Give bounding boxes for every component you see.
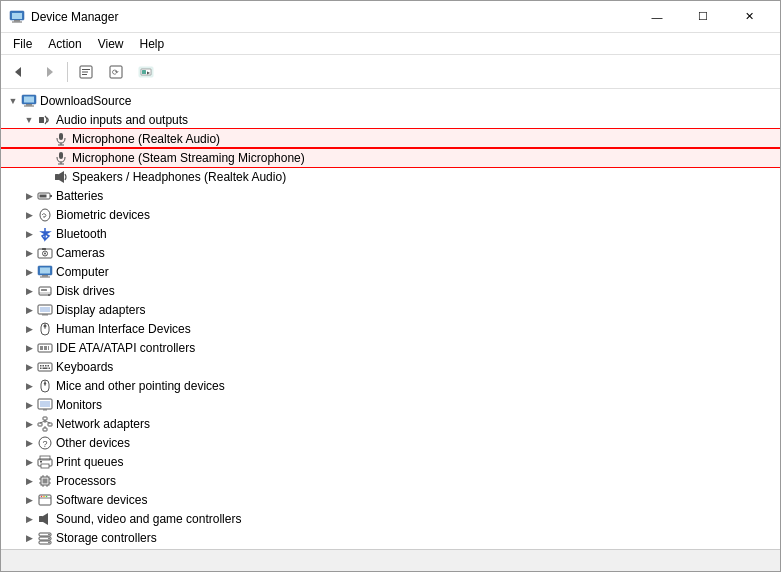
tree-label-other: Other devices	[56, 436, 130, 450]
tree-item-audio[interactable]: ▼ Audio inputs and outputs	[1, 110, 780, 129]
svg-point-43	[48, 294, 50, 296]
expand-bluetooth[interactable]: ▶	[21, 226, 37, 242]
disk-icon	[37, 283, 53, 299]
tree-label-audio: Audio inputs and outputs	[56, 113, 188, 127]
tree-item-processors[interactable]: ▶ Processors	[1, 471, 780, 490]
svg-rect-67	[40, 401, 50, 407]
device-tree[interactable]: ▼ DownloadSource ▼	[1, 89, 780, 549]
network-icon	[37, 416, 53, 432]
tree-item-other[interactable]: ▶ ? Other devices	[1, 433, 780, 452]
hid-icon	[37, 321, 53, 337]
battery-icon	[37, 188, 53, 204]
expand-sound[interactable]: ▶	[21, 511, 37, 527]
svg-rect-21	[59, 133, 63, 140]
svg-rect-18	[26, 104, 32, 106]
expand-processors[interactable]: ▶	[21, 473, 37, 489]
tree-item-sound[interactable]: ▶ Sound, video and game controllers	[1, 509, 780, 528]
expand-diskdrives[interactable]: ▶	[21, 283, 37, 299]
expand-root[interactable]: ▼	[5, 93, 21, 109]
software-icon	[37, 492, 53, 508]
tree-label-network: Network adapters	[56, 417, 150, 431]
expand-storage[interactable]: ▶	[21, 530, 37, 546]
tree-item-mice[interactable]: ▶ Mice and other pointing devices	[1, 376, 780, 395]
scan-button[interactable]: ▶	[132, 59, 160, 85]
expand-ide[interactable]: ▶	[21, 340, 37, 356]
svg-rect-58	[45, 365, 47, 367]
expand-displayadapters[interactable]: ▶	[21, 302, 37, 318]
tree-item-monitors[interactable]: ▶ Monitors	[1, 395, 780, 414]
svg-rect-70	[38, 423, 42, 426]
svg-rect-9	[82, 74, 87, 75]
svg-rect-3	[12, 21, 22, 22]
expand-monitors[interactable]: ▶	[21, 397, 37, 413]
tree-label-cameras: Cameras	[56, 246, 105, 260]
tree-item-mic1[interactable]: ▶ Microphone (Realtek Audio)	[1, 129, 780, 148]
tree-item-root[interactable]: ▼ DownloadSource	[1, 91, 780, 110]
tree-item-batteries[interactable]: ▶ Batteries	[1, 186, 780, 205]
scan-icon: ▶	[138, 64, 154, 80]
tree-item-computer[interactable]: ▶ Computer	[1, 262, 780, 281]
tree-item-mic2[interactable]: ▶ Microphone (Steam Streaming Microphone…	[1, 148, 780, 167]
expand-audio[interactable]: ▼	[21, 112, 37, 128]
display-icon	[37, 302, 53, 318]
app-icon	[9, 9, 25, 25]
tree-item-storage[interactable]: ▶ Storage controllers	[1, 528, 780, 547]
expand-biometric[interactable]: ▶	[21, 207, 37, 223]
tree-label-mic2: Microphone (Steam Streaming Microphone)	[72, 151, 305, 165]
expand-other[interactable]: ▶	[21, 435, 37, 451]
menu-help[interactable]: Help	[132, 35, 173, 53]
svg-rect-55	[38, 363, 52, 371]
menu-file[interactable]: File	[5, 35, 40, 53]
tree-item-keyboards[interactable]: ▶ Keyboards	[1, 357, 780, 376]
tree-item-bluetooth[interactable]: ▶ Bluetooth	[1, 224, 780, 243]
svg-rect-53	[44, 346, 47, 350]
expand-print[interactable]: ▶	[21, 454, 37, 470]
properties-button[interactable]	[72, 59, 100, 85]
title-left: Device Manager	[9, 9, 118, 25]
computer2-icon	[37, 264, 53, 280]
tree-label-mice: Mice and other pointing devices	[56, 379, 225, 393]
expand-computer[interactable]: ▶	[21, 264, 37, 280]
maximize-button[interactable]: ☐	[680, 1, 726, 33]
expand-batteries[interactable]: ▶	[21, 188, 37, 204]
svg-rect-2	[14, 20, 20, 22]
mic-icon-1	[53, 131, 69, 147]
tree-item-software[interactable]: ▶ Software devices	[1, 490, 780, 509]
svg-marker-28	[59, 171, 64, 183]
expand-mice[interactable]: ▶	[21, 378, 37, 394]
menu-view[interactable]: View	[90, 35, 132, 53]
tree-item-displayadapters[interactable]: ▶ Display adapters	[1, 300, 780, 319]
tree-item-print[interactable]: ▶ Print queues	[1, 452, 780, 471]
expand-cameras[interactable]: ▶	[21, 245, 37, 261]
expand-software[interactable]: ▶	[21, 492, 37, 508]
forward-button[interactable]	[35, 59, 63, 85]
svg-rect-98	[39, 516, 43, 522]
title-bar: Device Manager — ☐ ✕	[1, 1, 780, 33]
cpu-icon	[37, 473, 53, 489]
keyboard-icon	[37, 359, 53, 375]
update-icon: ⟳	[108, 64, 124, 80]
audio-icon	[37, 112, 53, 128]
tree-item-ide[interactable]: ▶ IDE ATA/ATAPI controllers	[1, 338, 780, 357]
window-title: Device Manager	[31, 10, 118, 24]
tree-item-diskdrives[interactable]: ▶ Disk drives	[1, 281, 780, 300]
svg-rect-30	[50, 195, 52, 197]
tree-item-cameras[interactable]: ▶ Cameras	[1, 243, 780, 262]
tree-item-network[interactable]: ▶ Network adapters	[1, 414, 780, 433]
expand-hid[interactable]: ▶	[21, 321, 37, 337]
menu-action[interactable]: Action	[40, 35, 89, 53]
toolbar-separator-1	[67, 62, 68, 82]
menu-bar: File Action View Help	[1, 33, 780, 55]
forward-icon	[41, 64, 57, 80]
update-button[interactable]: ⟳	[102, 59, 130, 85]
tree-item-biometric[interactable]: ▶ Biometric devices	[1, 205, 780, 224]
back-button[interactable]	[5, 59, 33, 85]
expand-keyboards[interactable]: ▶	[21, 359, 37, 375]
tree-item-speakers[interactable]: ▶ Speakers / Headphones (Realtek Audio)	[1, 167, 780, 186]
minimize-button[interactable]: —	[634, 1, 680, 33]
tree-label-displayadapters: Display adapters	[56, 303, 145, 317]
tree-item-hid[interactable]: ▶ Human Interface Devices	[1, 319, 780, 338]
expand-network[interactable]: ▶	[21, 416, 37, 432]
close-button[interactable]: ✕	[726, 1, 772, 33]
sound-icon	[37, 511, 53, 527]
